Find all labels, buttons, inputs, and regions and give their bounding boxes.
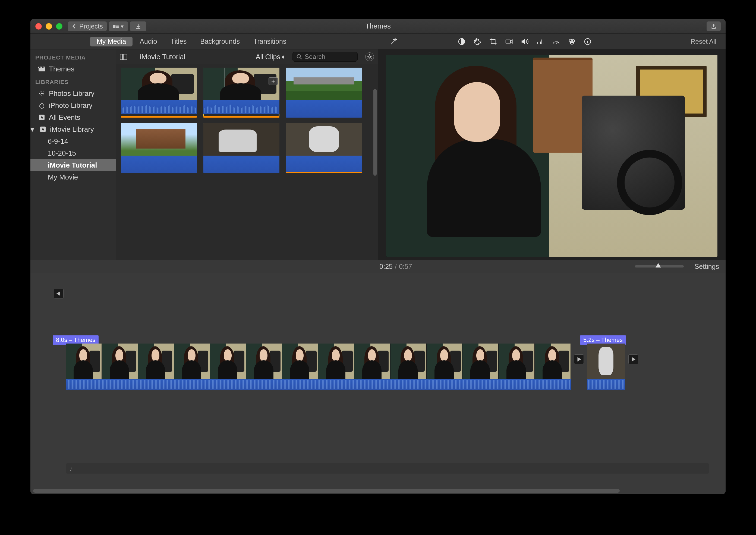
media-clip[interactable] bbox=[121, 68, 197, 118]
timeline-settings-button[interactable]: Settings bbox=[695, 263, 719, 270]
media-clip-grid: + bbox=[116, 64, 378, 260]
current-time: 0:25 bbox=[379, 263, 393, 270]
magic-wand-icon bbox=[390, 38, 398, 45]
library-view-button[interactable]: ▾ bbox=[109, 21, 128, 31]
svg-rect-1 bbox=[116, 25, 119, 25]
tab-transitions[interactable]: Transitions bbox=[247, 37, 293, 46]
media-browser-header: iMovie Tutorial All Clips ▴▾ Search bbox=[116, 49, 378, 64]
back-to-projects-button[interactable]: Projects bbox=[68, 21, 107, 31]
tab-my-media[interactable]: My Media bbox=[90, 37, 132, 46]
preview-viewer[interactable] bbox=[386, 55, 717, 257]
camera-icon bbox=[505, 38, 513, 45]
sidebar-item-imovie-library[interactable]: ▼ iMovie Library bbox=[30, 123, 116, 135]
imovie-window: Projects ▾ Themes My Me bbox=[30, 19, 726, 494]
svg-point-19 bbox=[297, 55, 301, 58]
equalizer-icon bbox=[536, 38, 545, 45]
clip-filter-dropdown[interactable]: All Clips ▴▾ bbox=[256, 53, 284, 61]
sidebar-event-2[interactable]: iMovie Tutorial bbox=[30, 159, 116, 171]
chevron-left-icon bbox=[72, 24, 77, 29]
svg-rect-0 bbox=[113, 25, 115, 28]
sidebar-event-0[interactable]: 6-9-14 bbox=[30, 135, 116, 147]
svg-point-14 bbox=[41, 93, 42, 94]
total-time: 0:57 bbox=[399, 263, 412, 270]
background-audio-track[interactable]: ♪ bbox=[66, 463, 709, 474]
svg-point-6 bbox=[476, 39, 477, 40]
share-icon bbox=[711, 24, 716, 29]
color-balance-button[interactable] bbox=[457, 37, 466, 46]
reset-all-button[interactable]: Reset All bbox=[690, 38, 720, 45]
media-clip[interactable] bbox=[286, 123, 362, 173]
sidebar-event-3[interactable]: My Movie bbox=[30, 171, 116, 183]
half-circle-icon bbox=[458, 38, 466, 45]
media-browser-title: iMovie Tutorial bbox=[140, 53, 185, 61]
layout-toggle-button[interactable] bbox=[120, 53, 127, 60]
import-button[interactable] bbox=[130, 21, 146, 31]
search-input[interactable]: Search bbox=[293, 52, 358, 62]
sidebar-item-label: My Movie bbox=[48, 173, 78, 182]
color-correction-button[interactable] bbox=[472, 37, 482, 46]
sidebar-item-label: Themes bbox=[49, 65, 74, 73]
disclosure-triangle-icon[interactable]: ▼ bbox=[30, 125, 35, 134]
tab-audio[interactable]: Audio bbox=[133, 37, 163, 46]
sidebar-item-all-events[interactable]: All Events bbox=[30, 111, 116, 123]
stabilization-button[interactable] bbox=[504, 37, 514, 46]
info-button[interactable] bbox=[583, 37, 593, 46]
svg-point-20 bbox=[369, 56, 370, 58]
transition-out[interactable] bbox=[574, 354, 584, 364]
close-window-button[interactable] bbox=[35, 23, 42, 30]
media-clip[interactable] bbox=[286, 68, 362, 118]
transition-start[interactable] bbox=[54, 289, 64, 298]
tab-backgrounds[interactable]: Backgrounds bbox=[194, 37, 246, 46]
music-note-icon: ♪ bbox=[69, 465, 73, 473]
iphoto-icon bbox=[38, 102, 45, 108]
top-tabbar: My Media Audio Titles Backgrounds Transi… bbox=[30, 34, 726, 49]
sidebar-heading-project-media: PROJECT MEDIA bbox=[30, 52, 116, 63]
timeline-clip-1[interactable]: 8.0s – Themes bbox=[66, 344, 571, 390]
clip-filter-button[interactable] bbox=[567, 37, 577, 46]
sidebar-item-label: iPhoto Library bbox=[49, 101, 92, 110]
svg-rect-2 bbox=[116, 26, 119, 27]
speaker-icon bbox=[520, 38, 529, 45]
crop-button[interactable] bbox=[488, 37, 498, 46]
clip-playhead[interactable] bbox=[225, 68, 225, 87]
time-separator: / bbox=[395, 263, 397, 270]
tab-titles[interactable]: Titles bbox=[164, 37, 193, 46]
media-browser-settings-button[interactable] bbox=[365, 52, 374, 61]
svg-rect-3 bbox=[116, 27, 119, 28]
media-clip[interactable] bbox=[203, 123, 279, 173]
sidebar-heading-libraries: LIBRARIES bbox=[30, 76, 116, 87]
maximize-window-button[interactable] bbox=[56, 23, 63, 30]
star-icon bbox=[39, 126, 47, 132]
svg-rect-13 bbox=[39, 68, 45, 71]
library-list-icon bbox=[113, 24, 119, 29]
media-clip[interactable] bbox=[121, 123, 197, 173]
svg-rect-8 bbox=[506, 40, 511, 43]
svg-rect-17 bbox=[120, 54, 123, 60]
noise-eq-button[interactable] bbox=[536, 37, 545, 46]
media-scrollbar[interactable] bbox=[373, 89, 377, 176]
svg-point-7 bbox=[478, 39, 479, 40]
clapper-icon bbox=[38, 66, 45, 72]
star-icon bbox=[38, 114, 45, 120]
share-button[interactable] bbox=[707, 21, 721, 31]
sidebar-event-1[interactable]: 10-20-15 bbox=[30, 147, 116, 159]
speed-button[interactable] bbox=[551, 37, 561, 46]
svg-rect-18 bbox=[123, 54, 127, 60]
search-icon bbox=[296, 54, 302, 60]
timeline-zoom-slider[interactable] bbox=[635, 265, 684, 268]
media-clip-selected[interactable]: + bbox=[203, 68, 279, 118]
transition-out[interactable] bbox=[629, 354, 638, 364]
timeline-clip-2[interactable]: 5.2s – Themes bbox=[587, 344, 625, 390]
search-placeholder: Search bbox=[305, 53, 325, 61]
add-clip-button[interactable]: + bbox=[268, 77, 278, 85]
sidebar-item-photos-library[interactable]: Photos Library bbox=[30, 87, 116, 99]
minimize-window-button[interactable] bbox=[45, 23, 52, 30]
sidebar-item-iphoto-library[interactable]: iPhoto Library bbox=[30, 99, 116, 111]
timeline[interactable]: 8.0s – Themes bbox=[30, 273, 726, 494]
three-circles-icon bbox=[568, 38, 576, 45]
sidebar-item-label: 10-20-15 bbox=[48, 149, 76, 157]
timeline-horizontal-scrollbar[interactable] bbox=[33, 489, 620, 493]
volume-button[interactable] bbox=[520, 37, 529, 46]
auto-enhance-button[interactable] bbox=[389, 37, 399, 46]
sidebar-item-themes[interactable]: Themes bbox=[30, 63, 116, 75]
